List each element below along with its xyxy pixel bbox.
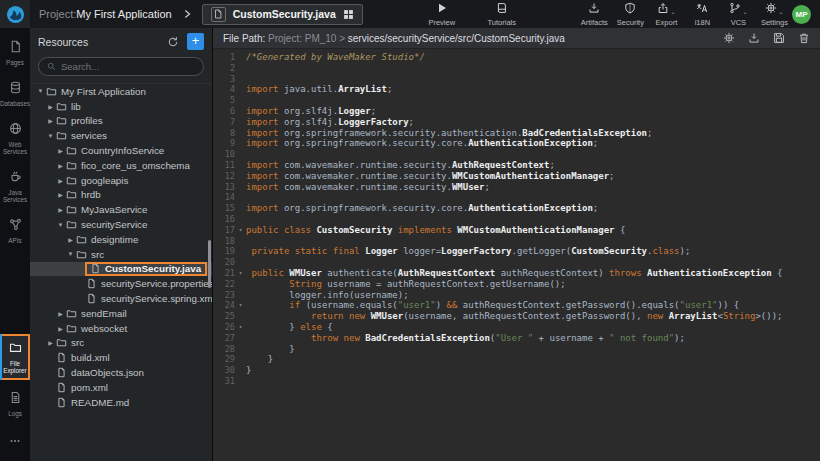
rail-item-databases[interactable]: Databases — [0, 76, 30, 111]
code-line-2[interactable]: 2 — [213, 63, 820, 74]
code-line-28[interactable]: 28 } — [213, 344, 820, 355]
code-line-27[interactable]: 27 throw new BadCredentialsException("Us… — [213, 333, 820, 344]
chevron-collapsed-icon[interactable]: ▶ — [56, 177, 65, 184]
code-line-19[interactable]: 19 private static final Logger logger=Lo… — [213, 246, 820, 257]
code-line-21[interactable]: 21▾ public WMUser authenticate(AuthReque… — [213, 268, 820, 279]
wavemaker-logo-icon[interactable] — [0, 0, 30, 28]
tree-row-profiles[interactable]: ▶profiles — [30, 114, 212, 129]
code-line-15[interactable]: 15import org.springframework.security.co… — [213, 203, 820, 214]
rail-item-file-explorer[interactable]: File Explorer — [0, 334, 30, 380]
delete-button[interactable] — [798, 32, 810, 44]
tree-row-securityservice[interactable]: ▼securityService — [30, 217, 212, 232]
code-line-14[interactable]: 14 — [213, 192, 820, 203]
code-line-18[interactable]: 18 — [213, 236, 820, 247]
tree-row-websocket[interactable]: ▶websocket — [30, 321, 212, 336]
code-line-6[interactable]: 6import org.slf4j.Logger; — [213, 106, 820, 117]
chevron-collapsed-icon[interactable]: ▶ — [56, 147, 65, 154]
chevron-collapsed-icon[interactable]: ▶ — [56, 162, 65, 169]
chevron-collapsed-icon[interactable]: ▶ — [56, 325, 65, 332]
code-line-9[interactable]: 9import org.springframework.security.cor… — [213, 138, 820, 149]
tree-scrollbar[interactable] — [208, 240, 211, 288]
chevron-expanded-icon[interactable]: ▼ — [36, 88, 45, 94]
rail-item-logs[interactable]: Logs — [0, 386, 30, 421]
tree-row-googleapis[interactable]: ▶googleapis — [30, 173, 212, 188]
rail-item-java-services[interactable]: Java Services — [0, 165, 30, 207]
tree-row-fico-core-us-omschema[interactable]: ▶fico_core_us_omschema — [30, 158, 212, 173]
avatar[interactable]: MP — [792, 5, 811, 24]
code-line-23[interactable]: 23 logger.info(username); — [213, 290, 820, 301]
tutorials-button[interactable]: Tutorials — [485, 2, 519, 27]
tree-row-my-first-application[interactable]: ▼My First Application — [30, 84, 212, 99]
vcs-button[interactable]: ⌄VCS — [725, 2, 752, 27]
tree-row-sendemail[interactable]: ▶sendEmail — [30, 306, 212, 321]
code-line-31[interactable]: 31 — [213, 376, 820, 387]
rail-item-pages[interactable]: Pages — [0, 35, 30, 70]
tree-row-lib[interactable]: ▶lib — [30, 99, 212, 114]
export-button[interactable]: ⌄Export — [653, 2, 680, 27]
code-line-17[interactable]: 17▾public class CustomSecurity implement… — [213, 225, 820, 236]
code-line-16[interactable]: 16 — [213, 214, 820, 225]
code-line-11[interactable]: 11import com.wavemaker.runtime.security.… — [213, 160, 820, 171]
settings-button[interactable]: ⌄Settings — [761, 2, 788, 27]
code-line-24[interactable]: 24▾ if (username.equals("user1") && auth… — [213, 300, 820, 311]
code-line-20[interactable]: 20 — [213, 257, 820, 268]
code-line-13[interactable]: 13import com.wavemaker.runtime.security.… — [213, 182, 820, 193]
tree-row-securityservice-properties[interactable]: securityService.properties — [30, 276, 212, 291]
code-line-12[interactable]: 12import com.wavemaker.runtime.security.… — [213, 171, 820, 182]
more-options-button[interactable] — [0, 427, 30, 461]
tree-row-build-xml[interactable]: build.xml — [30, 350, 212, 365]
code-line-26[interactable]: 26▾ } else { — [213, 322, 820, 333]
rail-item-apis[interactable]: APIs — [0, 213, 30, 248]
chevron-collapsed-icon[interactable]: ▶ — [56, 206, 65, 213]
fold-marker-icon[interactable]: ▾ — [235, 300, 246, 311]
fold-marker-icon[interactable]: ▾ — [235, 268, 246, 279]
tree-row-dataobjects-json[interactable]: dataObjects.json — [30, 365, 212, 380]
code-line-3[interactable]: 3 — [213, 74, 820, 85]
chevron-collapsed-icon[interactable]: ▶ — [56, 310, 65, 317]
code-line-1[interactable]: 1/*Generated by WaveMaker Studio*/ — [213, 52, 820, 63]
code-line-7[interactable]: 7import org.slf4j.LoggerFactory; — [213, 117, 820, 128]
fold-marker-icon[interactable]: ▾ — [235, 225, 246, 236]
rail-item-web-services[interactable]: Web Services — [0, 117, 30, 159]
code-area[interactable]: 1/*Generated by WaveMaker Studio*/234imp… — [213, 49, 820, 461]
tree-row-pom-xml[interactable]: pom.xml — [30, 380, 212, 395]
search-input[interactable] — [61, 61, 195, 72]
code-line-30[interactable]: 30} — [213, 365, 820, 376]
code-line-29[interactable]: 29 } — [213, 354, 820, 365]
tree-row-src[interactable]: ▶src — [30, 336, 212, 351]
chevron-collapsed-icon[interactable]: ▶ — [56, 191, 65, 198]
tree-row-countryinfoservice[interactable]: ▶CountryInfoService — [30, 143, 212, 158]
project-switcher[interactable]: Project:My First Application — [39, 8, 172, 20]
artifacts-button[interactable]: Artifacts — [581, 2, 608, 27]
preview-button[interactable]: Preview — [425, 2, 459, 27]
tree-row-customsecurity-java[interactable]: CustomSecurity.java — [30, 262, 212, 277]
search-box[interactable] — [38, 57, 204, 76]
download-button[interactable] — [748, 32, 760, 44]
tree-row-designtime[interactable]: ▶designtime — [30, 232, 212, 247]
chevron-collapsed-icon[interactable]: ▶ — [46, 117, 55, 124]
code-line-8[interactable]: 8import org.springframework.security.aut… — [213, 128, 820, 139]
code-line-4[interactable]: 4import java.util.ArrayList; — [213, 84, 820, 95]
chevron-expanded-icon[interactable]: ▼ — [56, 222, 65, 228]
tree-row-src[interactable]: ▼src — [30, 247, 212, 262]
code-line-5[interactable]: 5 — [213, 95, 820, 106]
refresh-icon[interactable] — [167, 36, 179, 48]
chevron-expanded-icon[interactable]: ▼ — [66, 251, 75, 257]
grid-icon[interactable] — [343, 9, 354, 20]
chevron-expanded-icon[interactable]: ▼ — [46, 133, 55, 139]
fold-marker-icon[interactable]: ▾ — [235, 322, 246, 333]
add-resource-button[interactable]: + — [187, 33, 204, 50]
tab-customsecurity-java[interactable]: CustomSecurity.java — [202, 4, 363, 25]
tree-row-hrdb[interactable]: ▶hrdb — [30, 188, 212, 203]
code-line-10[interactable]: 10 — [213, 149, 820, 160]
i18n-button[interactable]: i18N — [689, 2, 716, 27]
code-line-25[interactable]: 25 return new WMUser(username, authReque… — [213, 311, 820, 322]
chevron-collapsed-icon[interactable]: ▶ — [46, 339, 55, 346]
chevron-collapsed-icon[interactable]: ▶ — [66, 236, 75, 243]
tree-row-myjavaservice[interactable]: ▶MyJavaService — [30, 202, 212, 217]
code-line-22[interactable]: 22 String username = authRequestContext.… — [213, 279, 820, 290]
settings-button[interactable] — [723, 32, 735, 44]
tree-row-services[interactable]: ▼services — [30, 128, 212, 143]
tree-row-readme-md[interactable]: README.md — [30, 395, 212, 410]
tree-row-securityservice-spring-xml[interactable]: securityService.spring.xml — [30, 291, 212, 306]
